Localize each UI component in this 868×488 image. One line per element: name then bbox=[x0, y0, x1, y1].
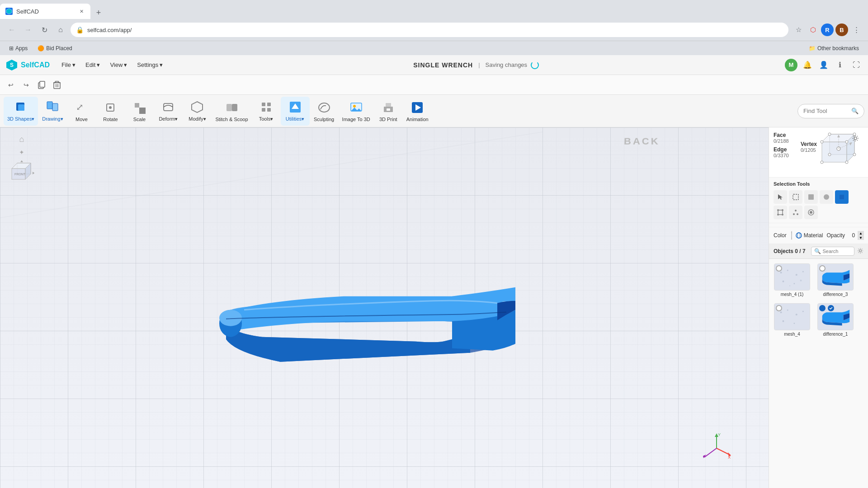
saving-status: Saving changes bbox=[486, 61, 539, 69]
svg-point-16 bbox=[109, 106, 112, 109]
svg-rect-34 bbox=[386, 103, 391, 107]
redo-button[interactable]: ↪ bbox=[19, 78, 33, 92]
objects-settings-icon[interactable] bbox=[857, 248, 863, 255]
nav-cube-3d[interactable]: FRONT bbox=[9, 160, 34, 186]
notifications-button[interactable]: 🔔 bbox=[801, 59, 814, 71]
undo-button[interactable]: ↩ bbox=[4, 78, 18, 92]
object-item-mesh-4-1[interactable]: mesh_4 (1) bbox=[772, 262, 812, 299]
tool-rotate[interactable]: Rotate bbox=[96, 97, 125, 126]
svg-marker-47 bbox=[20, 160, 23, 162]
tool-modify[interactable]: Modify▾ bbox=[183, 97, 212, 126]
bookmark-star-button[interactable]: ☆ bbox=[792, 23, 805, 36]
opacity-down-button[interactable]: ▼ bbox=[858, 235, 864, 240]
find-tool-search[interactable]: 🔍 bbox=[797, 104, 864, 118]
panel-settings-icon[interactable] bbox=[852, 135, 859, 143]
tool-utilities[interactable]: Utilities▾ bbox=[281, 97, 310, 126]
sel-cursor-btn[interactable] bbox=[774, 190, 787, 204]
svg-point-97 bbox=[787, 270, 788, 271]
help-button[interactable]: ℹ bbox=[834, 59, 846, 71]
object-item-difference-1[interactable]: difference_1 bbox=[815, 301, 856, 338]
app-window: S SelfCAD File▾ Edit▾ View▾ Settings▾ SI… bbox=[0, 55, 868, 488]
objects-search[interactable]: 🔍 bbox=[811, 247, 855, 256]
tool-sculpting[interactable]: Sculpting bbox=[310, 97, 339, 126]
new-tab-button[interactable]: + bbox=[92, 6, 105, 19]
tab-close-button[interactable]: ✕ bbox=[78, 8, 85, 15]
browser-tab-selfcad[interactable]: SelfCAD ✕ bbox=[0, 4, 90, 19]
app-right-icons: M 🔔 👤 ℹ ⛶ bbox=[785, 59, 863, 71]
svg-point-96 bbox=[780, 272, 782, 273]
selection-tools-buttons bbox=[769, 188, 868, 223]
sel-edge-btn[interactable] bbox=[774, 206, 787, 219]
profile-button-2[interactable]: B bbox=[835, 23, 848, 36]
menu-view[interactable]: View▾ bbox=[105, 59, 132, 71]
copy-button[interactable] bbox=[34, 78, 49, 92]
profile-button-1[interactable]: R bbox=[821, 23, 834, 36]
object-radio-mesh-4-1[interactable] bbox=[776, 265, 782, 272]
object-radio-mesh-4[interactable] bbox=[776, 305, 782, 311]
menu-edit[interactable]: Edit▾ bbox=[81, 59, 104, 71]
face-value: 0/2188 bbox=[774, 138, 790, 144]
forward-button[interactable]: → bbox=[22, 23, 34, 36]
tool-image-to-3d[interactable]: Image To 3D bbox=[339, 97, 374, 126]
tool-3d-print[interactable]: 3D Print bbox=[374, 97, 403, 126]
address-bar[interactable]: 🔒 selfcad.com/app/ bbox=[71, 23, 788, 37]
material-label: Material bbox=[804, 232, 823, 239]
sel-box-btn[interactable] bbox=[789, 190, 802, 204]
menu-settings[interactable]: Settings▾ bbox=[132, 59, 167, 71]
tool-scale[interactable]: Scale bbox=[125, 97, 154, 126]
tool-3d-shapes[interactable]: 3D Shapes▾ bbox=[4, 97, 38, 126]
color-swatch[interactable] bbox=[791, 231, 792, 240]
right-panel: Face 0/2188 Edge 0/3370 Vertex 0/1205 bbox=[769, 127, 868, 488]
tool-tools[interactable]: Tools▾ bbox=[252, 97, 281, 126]
tool-stitch-scoop[interactable]: Stitch & Scoop bbox=[212, 97, 251, 126]
svg-rect-81 bbox=[840, 195, 844, 199]
svg-text:⤢: ⤢ bbox=[76, 102, 84, 112]
other-bookmarks[interactable]: 📁 Other bookmarks bbox=[805, 44, 863, 53]
refresh-button[interactable]: ↻ bbox=[38, 23, 51, 36]
svg-point-87 bbox=[795, 210, 797, 211]
compass-icon[interactable]: ✦ bbox=[19, 149, 24, 156]
object-radio-difference-1[interactable] bbox=[819, 305, 826, 311]
sel-sphere-btn[interactable] bbox=[820, 190, 833, 204]
sel-solid-btn[interactable] bbox=[804, 190, 818, 204]
user-avatar-green[interactable]: M bbox=[785, 59, 797, 71]
delete-button[interactable] bbox=[50, 78, 64, 92]
tool-drawing[interactable]: Drawing▾ bbox=[38, 97, 67, 126]
objects-search-input[interactable] bbox=[823, 249, 850, 254]
tool-animation[interactable]: Animation bbox=[403, 97, 432, 126]
extension-button[interactable]: ⬡ bbox=[807, 23, 819, 36]
sel-all-btn[interactable] bbox=[804, 206, 818, 219]
sel-vertex-btn[interactable] bbox=[789, 206, 802, 219]
menu-file[interactable]: File▾ bbox=[57, 59, 80, 71]
object-item-mesh-4[interactable]: mesh_4 bbox=[772, 301, 812, 338]
tool-ribbon: 3D Shapes▾ Drawing▾ ⤢ Move bbox=[0, 95, 868, 127]
home-icon[interactable]: ⌂ bbox=[19, 135, 24, 144]
back-button[interactable]: ← bbox=[5, 23, 18, 36]
bookmark-bid-placed[interactable]: 🟠 Bid Placed bbox=[34, 44, 75, 53]
sel-face-btn[interactable] bbox=[835, 190, 849, 204]
home-button[interactable]: ⌂ bbox=[54, 23, 67, 36]
move-icon: ⤢ bbox=[74, 100, 89, 115]
bookmark-apps[interactable]: ⊞ Apps bbox=[5, 44, 31, 53]
other-bookmarks-label: Other bookmarks bbox=[817, 45, 859, 52]
opacity-up-button[interactable]: ▲ bbox=[858, 231, 864, 235]
svg-line-58 bbox=[704, 448, 717, 457]
svg-rect-24 bbox=[267, 103, 271, 106]
toolbar: ↩ ↪ bbox=[0, 75, 868, 95]
viewport[interactable]: BACK ⌂ ✦ bbox=[0, 127, 769, 488]
svg-point-106 bbox=[780, 311, 782, 313]
app-menu: File▾ Edit▾ View▾ Settings▾ bbox=[57, 59, 167, 71]
material-button[interactable]: Material bbox=[796, 232, 823, 239]
svg-rect-5 bbox=[54, 83, 60, 89]
object-radio-difference-3[interactable] bbox=[819, 265, 826, 272]
svg-marker-0 bbox=[6, 9, 12, 14]
svg-text:FRONT: FRONT bbox=[14, 173, 26, 176]
fullscreen-button[interactable]: ⛶ bbox=[850, 59, 863, 71]
tool-move[interactable]: ⤢ Move bbox=[67, 97, 96, 126]
more-options-button[interactable]: ⋮ bbox=[850, 23, 863, 36]
find-tool-input[interactable] bbox=[803, 108, 849, 114]
tool-deform[interactable]: Deform▾ bbox=[154, 97, 183, 126]
object-item-difference-3[interactable]: difference_3 bbox=[815, 262, 856, 299]
account-button[interactable]: 👤 bbox=[817, 59, 830, 71]
objects-list: mesh_4 (1) bbox=[769, 259, 868, 341]
